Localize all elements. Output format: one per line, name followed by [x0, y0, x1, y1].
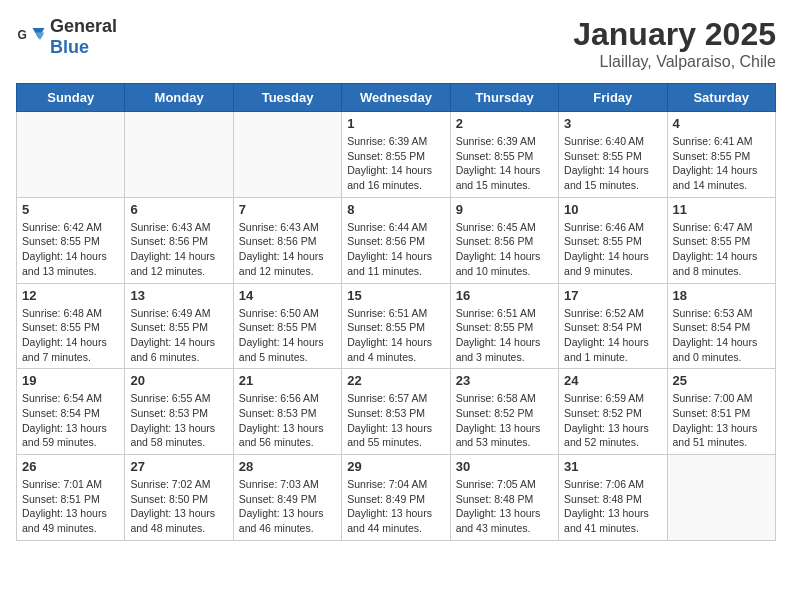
day-info: Sunrise: 7:04 AMSunset: 8:49 PMDaylight:…	[347, 477, 444, 536]
logo-text: General Blue	[50, 16, 117, 58]
calendar-header-row: SundayMondayTuesdayWednesdayThursdayFrid…	[17, 84, 776, 112]
calendar-cell: 8Sunrise: 6:44 AMSunset: 8:56 PMDaylight…	[342, 197, 450, 283]
day-number: 3	[564, 116, 661, 131]
day-number: 28	[239, 459, 336, 474]
calendar-cell: 24Sunrise: 6:59 AMSunset: 8:52 PMDayligh…	[559, 369, 667, 455]
calendar-week-row: 5Sunrise: 6:42 AMSunset: 8:55 PMDaylight…	[17, 197, 776, 283]
day-number: 27	[130, 459, 227, 474]
day-of-week-header: Sunday	[17, 84, 125, 112]
day-info: Sunrise: 7:05 AMSunset: 8:48 PMDaylight:…	[456, 477, 553, 536]
day-info: Sunrise: 6:47 AMSunset: 8:55 PMDaylight:…	[673, 220, 770, 279]
calendar-cell: 5Sunrise: 6:42 AMSunset: 8:55 PMDaylight…	[17, 197, 125, 283]
day-number: 6	[130, 202, 227, 217]
day-info: Sunrise: 7:03 AMSunset: 8:49 PMDaylight:…	[239, 477, 336, 536]
day-info: Sunrise: 6:41 AMSunset: 8:55 PMDaylight:…	[673, 134, 770, 193]
calendar-cell: 19Sunrise: 6:54 AMSunset: 8:54 PMDayligh…	[17, 369, 125, 455]
calendar-cell: 31Sunrise: 7:06 AMSunset: 8:48 PMDayligh…	[559, 455, 667, 541]
day-info: Sunrise: 6:49 AMSunset: 8:55 PMDaylight:…	[130, 306, 227, 365]
day-number: 4	[673, 116, 770, 131]
day-info: Sunrise: 6:52 AMSunset: 8:54 PMDaylight:…	[564, 306, 661, 365]
day-number: 15	[347, 288, 444, 303]
day-number: 14	[239, 288, 336, 303]
day-info: Sunrise: 6:50 AMSunset: 8:55 PMDaylight:…	[239, 306, 336, 365]
day-number: 31	[564, 459, 661, 474]
calendar-week-row: 1Sunrise: 6:39 AMSunset: 8:55 PMDaylight…	[17, 112, 776, 198]
day-info: Sunrise: 6:59 AMSunset: 8:52 PMDaylight:…	[564, 391, 661, 450]
calendar-cell: 23Sunrise: 6:58 AMSunset: 8:52 PMDayligh…	[450, 369, 558, 455]
calendar-cell: 29Sunrise: 7:04 AMSunset: 8:49 PMDayligh…	[342, 455, 450, 541]
day-number: 29	[347, 459, 444, 474]
day-number: 19	[22, 373, 119, 388]
logo-icon: G	[16, 22, 46, 52]
calendar-cell: 17Sunrise: 6:52 AMSunset: 8:54 PMDayligh…	[559, 283, 667, 369]
day-info: Sunrise: 6:57 AMSunset: 8:53 PMDaylight:…	[347, 391, 444, 450]
day-number: 10	[564, 202, 661, 217]
day-number: 13	[130, 288, 227, 303]
day-of-week-header: Thursday	[450, 84, 558, 112]
day-of-week-header: Friday	[559, 84, 667, 112]
day-number: 7	[239, 202, 336, 217]
calendar-week-row: 19Sunrise: 6:54 AMSunset: 8:54 PMDayligh…	[17, 369, 776, 455]
calendar-cell: 30Sunrise: 7:05 AMSunset: 8:48 PMDayligh…	[450, 455, 558, 541]
logo-blue: Blue	[50, 37, 89, 57]
calendar-cell: 18Sunrise: 6:53 AMSunset: 8:54 PMDayligh…	[667, 283, 775, 369]
calendar-cell	[17, 112, 125, 198]
title-block: January 2025 Llaillay, Valparaiso, Chile	[573, 16, 776, 71]
day-info: Sunrise: 7:06 AMSunset: 8:48 PMDaylight:…	[564, 477, 661, 536]
calendar-cell: 25Sunrise: 7:00 AMSunset: 8:51 PMDayligh…	[667, 369, 775, 455]
calendar-cell: 15Sunrise: 6:51 AMSunset: 8:55 PMDayligh…	[342, 283, 450, 369]
day-number: 20	[130, 373, 227, 388]
calendar-cell: 3Sunrise: 6:40 AMSunset: 8:55 PMDaylight…	[559, 112, 667, 198]
day-info: Sunrise: 6:45 AMSunset: 8:56 PMDaylight:…	[456, 220, 553, 279]
day-info: Sunrise: 6:55 AMSunset: 8:53 PMDaylight:…	[130, 391, 227, 450]
day-info: Sunrise: 6:39 AMSunset: 8:55 PMDaylight:…	[456, 134, 553, 193]
day-info: Sunrise: 6:53 AMSunset: 8:54 PMDaylight:…	[673, 306, 770, 365]
day-info: Sunrise: 6:43 AMSunset: 8:56 PMDaylight:…	[130, 220, 227, 279]
day-number: 11	[673, 202, 770, 217]
day-info: Sunrise: 6:46 AMSunset: 8:55 PMDaylight:…	[564, 220, 661, 279]
calendar-cell: 4Sunrise: 6:41 AMSunset: 8:55 PMDaylight…	[667, 112, 775, 198]
day-info: Sunrise: 6:39 AMSunset: 8:55 PMDaylight:…	[347, 134, 444, 193]
day-number: 8	[347, 202, 444, 217]
calendar-cell: 2Sunrise: 6:39 AMSunset: 8:55 PMDaylight…	[450, 112, 558, 198]
logo-general: General	[50, 16, 117, 36]
calendar-cell: 13Sunrise: 6:49 AMSunset: 8:55 PMDayligh…	[125, 283, 233, 369]
day-number: 17	[564, 288, 661, 303]
day-of-week-header: Tuesday	[233, 84, 341, 112]
day-number: 25	[673, 373, 770, 388]
svg-text:G: G	[18, 28, 27, 42]
month-title: January 2025	[573, 16, 776, 53]
calendar-cell: 16Sunrise: 6:51 AMSunset: 8:55 PMDayligh…	[450, 283, 558, 369]
day-number: 30	[456, 459, 553, 474]
calendar-cell	[667, 455, 775, 541]
logo: G General Blue	[16, 16, 117, 58]
calendar-cell: 1Sunrise: 6:39 AMSunset: 8:55 PMDaylight…	[342, 112, 450, 198]
day-number: 18	[673, 288, 770, 303]
day-info: Sunrise: 6:42 AMSunset: 8:55 PMDaylight:…	[22, 220, 119, 279]
day-of-week-header: Wednesday	[342, 84, 450, 112]
day-number: 1	[347, 116, 444, 131]
day-info: Sunrise: 6:58 AMSunset: 8:52 PMDaylight:…	[456, 391, 553, 450]
day-number: 24	[564, 373, 661, 388]
calendar-cell: 22Sunrise: 6:57 AMSunset: 8:53 PMDayligh…	[342, 369, 450, 455]
day-info: Sunrise: 6:51 AMSunset: 8:55 PMDaylight:…	[347, 306, 444, 365]
day-number: 2	[456, 116, 553, 131]
calendar-cell: 27Sunrise: 7:02 AMSunset: 8:50 PMDayligh…	[125, 455, 233, 541]
day-info: Sunrise: 7:00 AMSunset: 8:51 PMDaylight:…	[673, 391, 770, 450]
day-of-week-header: Monday	[125, 84, 233, 112]
day-number: 5	[22, 202, 119, 217]
calendar-week-row: 12Sunrise: 6:48 AMSunset: 8:55 PMDayligh…	[17, 283, 776, 369]
day-info: Sunrise: 7:01 AMSunset: 8:51 PMDaylight:…	[22, 477, 119, 536]
calendar-cell: 11Sunrise: 6:47 AMSunset: 8:55 PMDayligh…	[667, 197, 775, 283]
calendar-cell: 6Sunrise: 6:43 AMSunset: 8:56 PMDaylight…	[125, 197, 233, 283]
calendar-cell: 28Sunrise: 7:03 AMSunset: 8:49 PMDayligh…	[233, 455, 341, 541]
day-info: Sunrise: 6:44 AMSunset: 8:56 PMDaylight:…	[347, 220, 444, 279]
day-info: Sunrise: 6:56 AMSunset: 8:53 PMDaylight:…	[239, 391, 336, 450]
calendar-cell: 10Sunrise: 6:46 AMSunset: 8:55 PMDayligh…	[559, 197, 667, 283]
day-number: 26	[22, 459, 119, 474]
calendar-week-row: 26Sunrise: 7:01 AMSunset: 8:51 PMDayligh…	[17, 455, 776, 541]
day-number: 23	[456, 373, 553, 388]
day-number: 21	[239, 373, 336, 388]
day-of-week-header: Saturday	[667, 84, 775, 112]
day-number: 9	[456, 202, 553, 217]
